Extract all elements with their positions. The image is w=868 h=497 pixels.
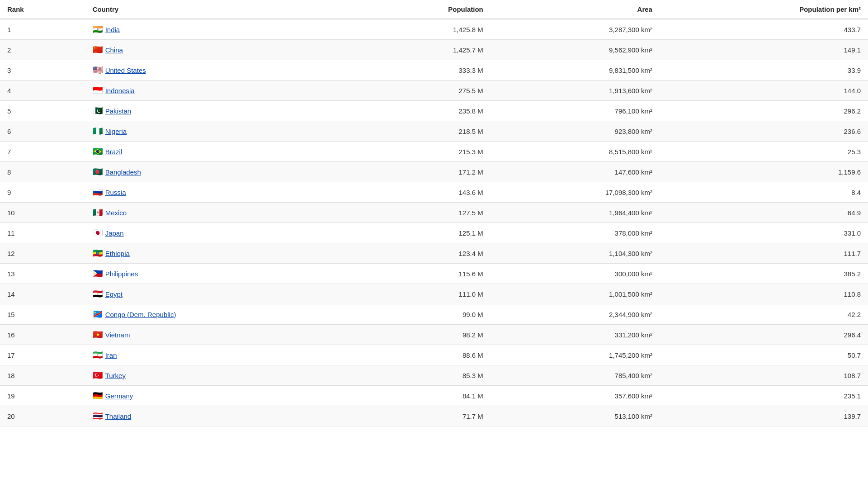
cell-population: 218.5 M bbox=[354, 121, 491, 142]
country-link[interactable]: Philippines bbox=[105, 270, 138, 278]
cell-rank: 8 bbox=[0, 162, 85, 182]
cell-rank: 7 bbox=[0, 142, 85, 162]
cell-area: 1,104,300 km² bbox=[491, 243, 660, 264]
flag-icon: 🇹🇭 bbox=[93, 411, 103, 421]
cell-country: 🇲🇽Mexico bbox=[85, 203, 354, 223]
cell-country: 🇮🇳India bbox=[85, 19, 354, 40]
cell-rank: 9 bbox=[0, 182, 85, 203]
flag-icon: 🇩🇪 bbox=[93, 391, 103, 401]
table-header-row: Rank Country Population Area Population … bbox=[0, 0, 868, 19]
country-link[interactable]: Indonesia bbox=[105, 87, 135, 95]
cell-rank: 19 bbox=[0, 386, 85, 406]
header-rank: Rank bbox=[0, 0, 85, 19]
cell-pop-per-km2: 64.9 bbox=[660, 203, 868, 223]
cell-area: 513,100 km² bbox=[491, 406, 660, 426]
table-row: 3🇺🇸United States333.3 M9,831,500 km²33.9 bbox=[0, 60, 868, 80]
country-link[interactable]: United States bbox=[105, 66, 146, 74]
cell-area: 378,000 km² bbox=[491, 223, 660, 243]
flag-icon: 🇨🇩 bbox=[93, 309, 103, 319]
flag-icon: 🇮🇩 bbox=[93, 85, 103, 95]
country-link[interactable]: Egypt bbox=[105, 290, 123, 298]
flag-icon: 🇲🇽 bbox=[93, 208, 103, 218]
cell-country: 🇷🇺Russia bbox=[85, 182, 354, 203]
country-link[interactable]: Pakistan bbox=[105, 107, 132, 115]
cell-country: 🇹🇷Turkey bbox=[85, 365, 354, 386]
table-row: 8🇧🇩Bangladesh171.2 M147,600 km²1,159.6 bbox=[0, 162, 868, 182]
cell-rank: 13 bbox=[0, 264, 85, 284]
cell-area: 1,913,600 km² bbox=[491, 80, 660, 101]
country-link[interactable]: Germany bbox=[105, 392, 133, 400]
cell-pop-per-km2: 144.0 bbox=[660, 80, 868, 101]
country-link[interactable]: Vietnam bbox=[105, 331, 130, 339]
flag-icon: 🇮🇷 bbox=[93, 350, 103, 360]
cell-pop-per-km2: 25.3 bbox=[660, 142, 868, 162]
country-link[interactable]: Mexico bbox=[105, 209, 127, 217]
cell-pop-per-km2: 108.7 bbox=[660, 365, 868, 386]
cell-pop-per-km2: 139.7 bbox=[660, 406, 868, 426]
cell-pop-per-km2: 110.8 bbox=[660, 284, 868, 304]
flag-icon: 🇺🇸 bbox=[93, 65, 103, 75]
country-link[interactable]: Bangladesh bbox=[105, 168, 141, 176]
country-link[interactable]: Ethiopia bbox=[105, 250, 130, 257]
table-row: 9🇷🇺Russia143.6 M17,098,300 km²8.4 bbox=[0, 182, 868, 203]
country-link[interactable]: China bbox=[105, 46, 123, 54]
cell-population: 1,425.8 M bbox=[354, 19, 491, 40]
cell-country: 🇯🇵Japan bbox=[85, 223, 354, 243]
table-row: 20🇹🇭Thailand71.7 M513,100 km²139.7 bbox=[0, 406, 868, 426]
cell-pop-per-km2: 1,159.6 bbox=[660, 162, 868, 182]
cell-population: 123.4 M bbox=[354, 243, 491, 264]
cell-area: 1,964,400 km² bbox=[491, 203, 660, 223]
country-link[interactable]: Iran bbox=[105, 351, 117, 359]
flag-icon: 🇧🇷 bbox=[93, 147, 103, 156]
cell-rank: 3 bbox=[0, 60, 85, 80]
cell-area: 8,515,800 km² bbox=[491, 142, 660, 162]
cell-pop-per-km2: 50.7 bbox=[660, 345, 868, 365]
header-area: Area bbox=[491, 0, 660, 19]
flag-icon: 🇻🇳 bbox=[93, 330, 103, 340]
cell-population: 88.6 M bbox=[354, 345, 491, 365]
cell-country: 🇪🇹Ethiopia bbox=[85, 243, 354, 264]
table-row: 2🇨🇳China1,425.7 M9,562,900 km²149.1 bbox=[0, 40, 868, 60]
cell-country: 🇩🇪Germany bbox=[85, 386, 354, 406]
cell-area: 9,562,900 km² bbox=[491, 40, 660, 60]
table-row: 1🇮🇳India1,425.8 M3,287,300 km²433.7 bbox=[0, 19, 868, 40]
cell-area: 9,831,500 km² bbox=[491, 60, 660, 80]
cell-country: 🇧🇩Bangladesh bbox=[85, 162, 354, 182]
country-link[interactable]: Turkey bbox=[105, 372, 126, 379]
country-link[interactable]: Japan bbox=[105, 229, 124, 237]
country-link[interactable]: India bbox=[105, 26, 120, 33]
cell-pop-per-km2: 111.7 bbox=[660, 243, 868, 264]
cell-population: 111.0 M bbox=[354, 284, 491, 304]
cell-pop-per-km2: 149.1 bbox=[660, 40, 868, 60]
cell-rank: 12 bbox=[0, 243, 85, 264]
cell-area: 300,000 km² bbox=[491, 264, 660, 284]
country-link[interactable]: Thailand bbox=[105, 412, 132, 420]
country-link[interactable]: Nigeria bbox=[105, 128, 127, 135]
cell-rank: 6 bbox=[0, 121, 85, 142]
country-link[interactable]: Russia bbox=[105, 189, 126, 196]
flag-icon: 🇨🇳 bbox=[93, 45, 103, 55]
cell-population: 143.6 M bbox=[354, 182, 491, 203]
flag-icon: 🇵🇭 bbox=[93, 269, 103, 279]
cell-country: 🇵🇰Pakistan bbox=[85, 101, 354, 121]
cell-country: 🇺🇸United States bbox=[85, 60, 354, 80]
table-row: 5🇵🇰Pakistan235.8 M796,100 km²296.2 bbox=[0, 101, 868, 121]
cell-population: 275.5 M bbox=[354, 80, 491, 101]
country-link[interactable]: Congo (Dem. Republic) bbox=[105, 311, 176, 318]
cell-area: 331,200 km² bbox=[491, 325, 660, 345]
cell-rank: 16 bbox=[0, 325, 85, 345]
cell-pop-per-km2: 296.2 bbox=[660, 101, 868, 121]
flag-icon: 🇪🇹 bbox=[93, 248, 103, 258]
cell-population: 115.6 M bbox=[354, 264, 491, 284]
cell-population: 84.1 M bbox=[354, 386, 491, 406]
country-link[interactable]: Brazil bbox=[105, 148, 123, 156]
cell-area: 2,344,900 km² bbox=[491, 304, 660, 325]
cell-country: 🇵🇭Philippines bbox=[85, 264, 354, 284]
cell-rank: 17 bbox=[0, 345, 85, 365]
cell-pop-per-km2: 385.2 bbox=[660, 264, 868, 284]
cell-area: 923,800 km² bbox=[491, 121, 660, 142]
cell-area: 785,400 km² bbox=[491, 365, 660, 386]
cell-pop-per-km2: 296.4 bbox=[660, 325, 868, 345]
cell-rank: 14 bbox=[0, 284, 85, 304]
cell-population: 125.1 M bbox=[354, 223, 491, 243]
